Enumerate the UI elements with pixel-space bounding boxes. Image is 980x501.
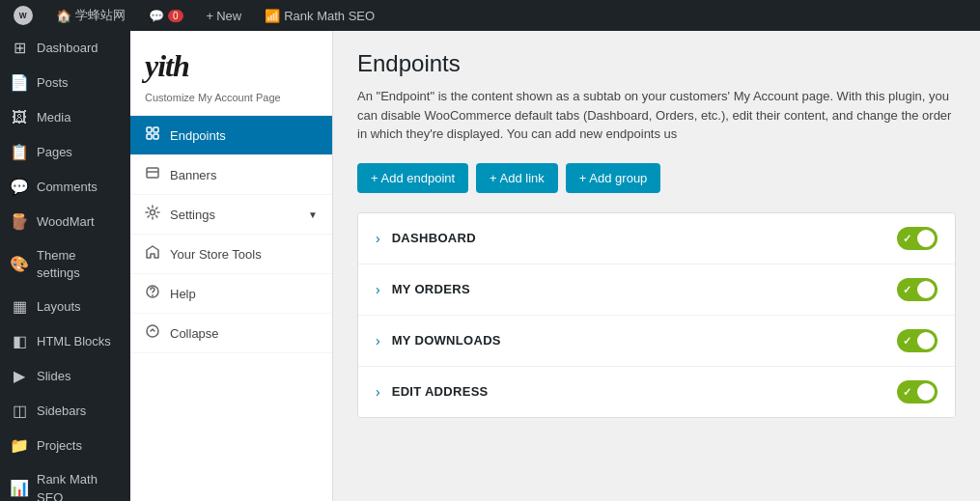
sidebar-label-comments: Comments (37, 179, 98, 196)
endpoints-nav-icon (145, 125, 160, 145)
sidebar-label-html-blocks: HTML Blocks (37, 333, 111, 350)
plugin-nav-label-collapse: Collapse (170, 326, 219, 341)
sidebar-item-pages[interactable]: 📋 Pages (0, 135, 130, 170)
sidebar-label-media: Media (37, 109, 70, 126)
theme-icon: 🎨 (10, 255, 29, 274)
slides-icon: ▶ (10, 367, 29, 386)
main-content: Endpoints An "Endpoint" is the content s… (333, 31, 980, 501)
table-row: › DASHBOARD ✓ (358, 213, 955, 264)
dashboard-icon: ⊞ (10, 39, 29, 58)
sidebar-item-html-blocks[interactable]: ◧ HTML Blocks (0, 324, 130, 359)
admin-bar: W 🏠 学蜂站网 💬 0 + New 📶 Rank Math SEO (0, 0, 980, 31)
sidebar-item-sidebars[interactable]: ◫ Sidebars (0, 394, 130, 429)
comments-icon: 💬 (149, 9, 164, 23)
plugin-nav-label-help: Help (170, 287, 196, 301)
wp-logo-item[interactable]: W (8, 0, 39, 31)
sidebar-item-media[interactable]: 🖼 Media (0, 100, 130, 135)
page-description: An "Endpoint" is the content shown as a … (357, 87, 956, 144)
plus-icon: + (207, 9, 214, 23)
svg-text:W: W (19, 11, 27, 20)
check-icon: ✓ (903, 232, 911, 244)
endpoint-label-orders: MY ORDERS (392, 282, 897, 296)
chevron-right-icon[interactable]: › (376, 282, 380, 297)
sidebar-label-projects: Projects (37, 437, 82, 455)
svg-rect-4 (147, 134, 152, 139)
plugin-nav-banners[interactable]: Banners (130, 155, 332, 195)
toggle-address[interactable]: ✓ (897, 380, 938, 404)
toggle-orders[interactable]: ✓ (897, 278, 938, 301)
plugin-nav-help[interactable]: Help (130, 274, 332, 314)
chevron-right-icon[interactable]: › (376, 384, 380, 400)
sidebar-item-posts[interactable]: 📄 Posts (0, 66, 130, 100)
page-title: Endpoints (357, 50, 956, 77)
sidebar-item-layouts[interactable]: ▦ Layouts (0, 290, 130, 324)
rankmath-chart-icon: 📶 (265, 9, 280, 23)
layouts-icon: ▦ (10, 297, 29, 317)
comments-badge: 0 (168, 10, 183, 22)
svg-rect-2 (147, 127, 152, 132)
svg-point-8 (151, 210, 155, 215)
sidebars-icon: ◫ (10, 402, 29, 421)
plugin-nav-settings[interactable]: Settings ▼ (130, 195, 332, 235)
toggle-downloads[interactable]: ✓ (897, 329, 938, 352)
main-layout: ⊞ Dashboard 📄 Posts 🖼 Media 📋 Pages 💬 Co… (0, 31, 980, 501)
endpoint-label-dashboard: DASHBOARD (392, 231, 897, 245)
site-name: 学蜂站网 (75, 7, 126, 24)
sidebar-label-posts: Posts (37, 74, 69, 92)
sidebar-label-rank-math: Rank Math SEO (37, 471, 121, 501)
store-tools-nav-icon (145, 244, 160, 264)
banners-nav-icon (145, 165, 160, 184)
svg-rect-6 (147, 168, 158, 178)
projects-icon: 📁 (10, 436, 29, 456)
sidebar-item-projects[interactable]: 📁 Projects (0, 429, 130, 463)
chevron-right-icon[interactable]: › (376, 333, 380, 348)
plugin-nav-collapse[interactable]: Collapse (130, 314, 332, 353)
add-group-button[interactable]: + Add group (566, 163, 660, 193)
plugin-nav-label-endpoints: Endpoints (170, 128, 226, 143)
svg-rect-3 (154, 127, 158, 132)
endpoint-list: › DASHBOARD ✓ › MY ORDERS ✓ › MY DOWNLOA… (357, 212, 956, 418)
rankmath-item[interactable]: 📶 Rank Math SEO (259, 0, 380, 31)
sidebar-item-comments[interactable]: 💬 Comments (0, 170, 130, 205)
help-nav-icon (145, 284, 160, 303)
rank-math-icon: 📊 (10, 480, 29, 499)
plugin-nav-store-tools[interactable]: Your Store Tools (130, 235, 332, 274)
settings-arrow-icon: ▼ (308, 209, 318, 220)
endpoint-label-downloads: MY DOWNLOADS (392, 333, 897, 348)
svg-point-11 (147, 325, 158, 337)
check-icon: ✓ (903, 283, 911, 295)
table-row: › MY DOWNLOADS ✓ (358, 316, 955, 367)
plugin-nav-label-banners: Banners (170, 168, 216, 182)
sidebar-label-sidebars: Sidebars (37, 403, 86, 420)
site-name-item[interactable]: 🏠 学蜂站网 (50, 0, 131, 31)
plugin-nav-endpoints[interactable]: Endpoints (130, 116, 332, 155)
toggle-dashboard[interactable]: ✓ (897, 227, 938, 250)
sidebar-item-theme-settings[interactable]: 🎨 Theme settings (0, 239, 130, 290)
plugin-nav-area: yith Customize My Account Page Endpoints… (130, 31, 333, 501)
sidebar-item-slides[interactable]: ▶ Slides (0, 359, 130, 394)
new-label: New (216, 9, 241, 23)
pages-icon: 📋 (10, 143, 29, 162)
sidebar-label-layouts: Layouts (37, 298, 81, 316)
sidebar-item-woodmart[interactable]: 🪵 WoodMart (0, 205, 130, 239)
collapse-nav-icon (145, 323, 160, 343)
sidebar-item-dashboard[interactable]: ⊞ Dashboard (0, 31, 130, 66)
add-link-button[interactable]: + Add link (476, 163, 558, 193)
add-endpoint-button[interactable]: + Add endpoint (357, 163, 468, 193)
wp-logo-icon: W (14, 6, 33, 25)
svg-rect-5 (154, 134, 158, 139)
plugin-logo: yith (130, 31, 332, 92)
action-buttons: + Add endpoint + Add link + Add group (357, 163, 956, 193)
posts-icon: 📄 (10, 73, 29, 93)
sidebar-label-theme: Theme settings (37, 247, 121, 282)
yith-logo-text: yith (145, 48, 318, 84)
sidebar-label-dashboard: Dashboard (37, 40, 98, 57)
settings-nav-icon (145, 205, 160, 224)
comments-item[interactable]: 💬 0 (143, 0, 189, 31)
new-item[interactable]: + New (201, 0, 248, 31)
table-row: › MY ORDERS ✓ (358, 264, 955, 316)
chevron-right-icon[interactable]: › (376, 231, 380, 246)
plugin-nav-label-settings: Settings (170, 208, 215, 222)
check-icon: ✓ (903, 334, 911, 347)
sidebar-item-rank-math[interactable]: 📊 Rank Math SEO (0, 463, 130, 501)
